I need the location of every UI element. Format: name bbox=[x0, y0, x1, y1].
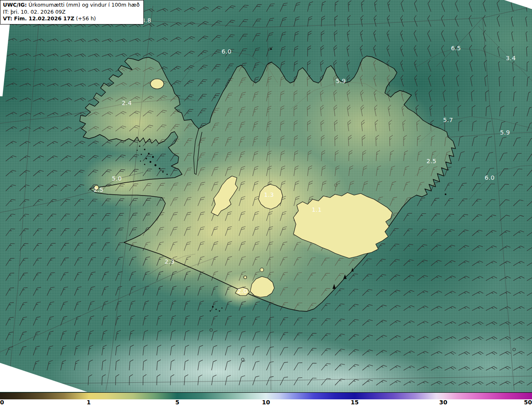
wind-barb bbox=[373, 30, 379, 42]
wind-barb bbox=[294, 31, 299, 42]
wind-barb bbox=[184, 108, 193, 118]
wind-barb bbox=[498, 61, 502, 71]
wind-barb bbox=[116, 300, 122, 311]
wind-barb bbox=[88, 139, 99, 149]
wind-barb bbox=[458, 306, 470, 313]
wind-barb bbox=[413, 15, 420, 27]
wind-barb bbox=[74, 183, 84, 193]
wind-barb bbox=[527, 107, 532, 117]
wind-barb bbox=[157, 22, 168, 29]
wind-barb bbox=[47, 330, 54, 341]
wind-barb bbox=[362, 288, 372, 298]
colorbar-tick-50: 50 bbox=[524, 399, 532, 406]
glacier-tindfjallajokull bbox=[244, 276, 247, 279]
wind-barb bbox=[513, 335, 525, 343]
wind-barb bbox=[184, 330, 190, 341]
wind-barb bbox=[513, 260, 524, 269]
wind-barb bbox=[526, 46, 529, 56]
glacier-drangajokull bbox=[150, 79, 164, 89]
wind-barb bbox=[280, 376, 288, 387]
wind-barb bbox=[253, 301, 260, 312]
wind-barb bbox=[33, 154, 44, 164]
wind-barb bbox=[184, 21, 195, 29]
wind-barb bbox=[417, 243, 427, 253]
wind-barb bbox=[472, 105, 475, 116]
wind-barb bbox=[308, 16, 312, 27]
wind-barb bbox=[414, 60, 421, 71]
wind-barb bbox=[485, 75, 489, 86]
wind-barb bbox=[414, 0, 420, 12]
wind-barb bbox=[61, 97, 72, 104]
wind-barb bbox=[253, 360, 259, 371]
contour-label: 2.5 bbox=[94, 186, 103, 193]
wind-barb bbox=[47, 169, 57, 179]
wind-barb bbox=[500, 291, 511, 298]
wind-barb bbox=[431, 365, 442, 373]
wind-barb bbox=[454, 30, 461, 42]
wind-barb bbox=[266, 316, 274, 327]
wind-barb bbox=[102, 345, 107, 356]
wind-barb bbox=[482, 0, 489, 12]
contour-label: 5.9 bbox=[336, 78, 346, 84]
wind-barb bbox=[373, 15, 379, 27]
wind-barb bbox=[486, 198, 495, 208]
wind-barb bbox=[527, 245, 532, 254]
wind-barb bbox=[390, 379, 401, 388]
wind-barb bbox=[6, 111, 17, 119]
wind-barb bbox=[527, 199, 532, 208]
wind-barb bbox=[349, 348, 359, 358]
wind-barb bbox=[47, 183, 57, 193]
wind-barb bbox=[414, 90, 420, 101]
wind-barb bbox=[362, 348, 373, 358]
wind-barb bbox=[308, 347, 317, 357]
wind-barb bbox=[458, 336, 470, 343]
wind-barb bbox=[184, 285, 190, 296]
wind-barb bbox=[143, 345, 148, 356]
wind-barb bbox=[431, 335, 442, 343]
wind-barb bbox=[184, 6, 195, 15]
wind-barb bbox=[225, 330, 232, 341]
wind-barb bbox=[184, 315, 190, 326]
wind-barb bbox=[6, 125, 17, 134]
wind-barb bbox=[404, 320, 414, 328]
wind-barb bbox=[143, 256, 150, 267]
wind-barb bbox=[445, 244, 455, 253]
wind-barb bbox=[527, 290, 532, 298]
wind-barb bbox=[102, 154, 112, 164]
wind-barb bbox=[486, 182, 495, 193]
wind-barb bbox=[88, 53, 99, 60]
wind-barb bbox=[6, 286, 14, 297]
wind-barb bbox=[33, 227, 42, 238]
wind-barb bbox=[212, 63, 221, 73]
wind-barb bbox=[527, 260, 532, 269]
wind-barb bbox=[88, 241, 96, 252]
wind-barb bbox=[417, 305, 428, 313]
wind-barb bbox=[6, 316, 14, 327]
wind-barb bbox=[170, 315, 176, 326]
wind-barb bbox=[513, 214, 524, 223]
wind-barb bbox=[170, 374, 174, 386]
wind-barb bbox=[116, 212, 124, 223]
wind-barb bbox=[376, 288, 387, 298]
wind-barb bbox=[321, 16, 325, 27]
wind-barb bbox=[294, 346, 302, 357]
wind-barb bbox=[143, 167, 152, 178]
wind-barb bbox=[33, 140, 44, 149]
wind-barb bbox=[486, 229, 496, 239]
wind-barb bbox=[116, 345, 120, 356]
wind-barb bbox=[157, 270, 163, 281]
wind-barb bbox=[225, 374, 231, 386]
contour-label: 3.4 bbox=[506, 55, 516, 61]
wind-barb bbox=[335, 287, 344, 297]
wind-barb bbox=[280, 31, 286, 42]
wind-barb bbox=[390, 334, 401, 343]
wind-barb bbox=[239, 345, 245, 356]
wind-barb bbox=[88, 169, 98, 179]
colorbar-tick-15: 15 bbox=[351, 399, 359, 406]
model-label: UWC/IG: bbox=[3, 2, 27, 8]
wind-barb bbox=[443, 90, 448, 101]
wind-barb bbox=[417, 365, 429, 373]
wind-barb bbox=[74, 330, 80, 341]
wind-barb bbox=[386, 30, 393, 42]
colorbar-tick-0: 0 bbox=[0, 399, 4, 406]
